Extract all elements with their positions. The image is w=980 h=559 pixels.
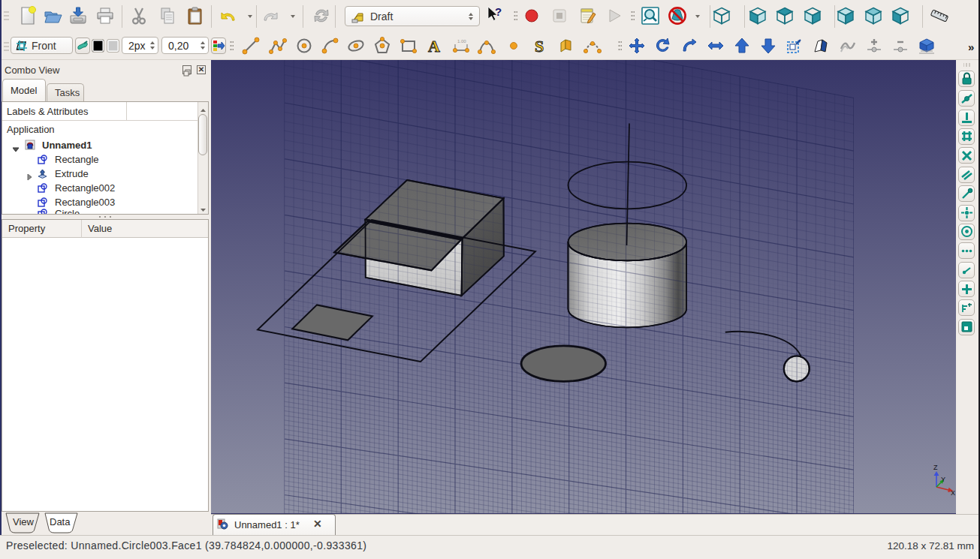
svg-text:?: ? <box>495 5 502 18</box>
svg-text:A: A <box>428 37 440 55</box>
svg-text:Y: Y <box>941 476 945 483</box>
svg-text:X: X <box>951 489 955 497</box>
svg-text:S: S <box>535 37 544 55</box>
svg-text:1.00: 1.00 <box>457 39 466 44</box>
svg-text:Z: Z <box>933 464 938 471</box>
